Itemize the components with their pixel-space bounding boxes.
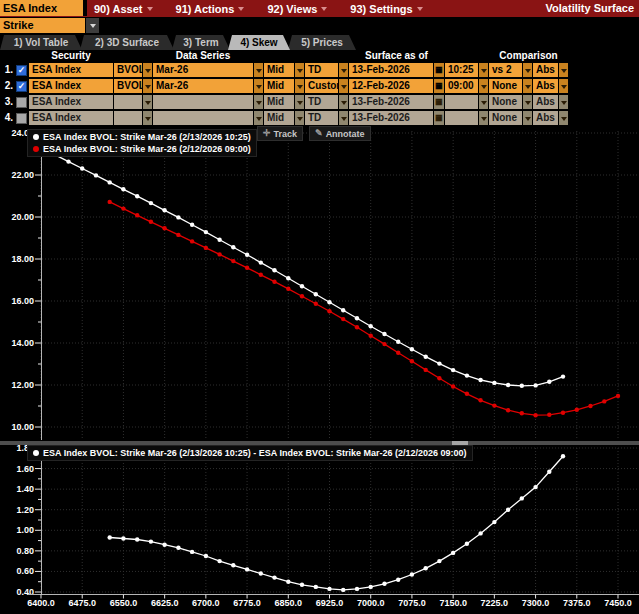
date-field[interactable]: 13-Feb-2026 <box>349 111 433 125</box>
time-field[interactable]: 09:00 <box>445 79 478 93</box>
tab-prices[interactable]: 5) Prices <box>288 35 356 50</box>
abs-rel-field[interactable]: Abs <box>533 63 558 77</box>
vol-source-field[interactable] <box>114 111 142 125</box>
series-field[interactable] <box>153 95 253 109</box>
vol-source-field[interactable] <box>114 95 142 109</box>
vol-source-field[interactable]: BVOL <box>114 63 142 77</box>
series-field[interactable]: Mar-26 <box>153 63 253 77</box>
date-field[interactable]: 13-Feb-2026 <box>349 63 433 77</box>
tab-vol-table[interactable]: 1) Vol Table <box>0 35 82 50</box>
dropdown-arrow-icon[interactable] <box>295 79 304 93</box>
svg-text:6625.0: 6625.0 <box>151 598 179 608</box>
row-checkbox[interactable]: ✓ <box>16 81 27 92</box>
menu-item-views[interactable]: 92) Views <box>267 3 327 15</box>
row-checkbox[interactable]: ✓ <box>16 97 27 108</box>
svg-text:6550.0: 6550.0 <box>110 598 138 608</box>
dropdown-arrow-icon[interactable] <box>523 95 532 109</box>
track-button[interactable]: ✛ Track <box>257 126 303 141</box>
time-mode-field[interactable]: TD <box>305 63 338 77</box>
time-mode-field[interactable]: TD <box>305 111 338 125</box>
dropdown-arrow-icon[interactable] <box>339 95 348 109</box>
tab-skew[interactable]: 4) Skew <box>228 35 290 50</box>
dropdown-arrow-icon[interactable] <box>339 79 348 93</box>
security-field[interactable]: ESA Index <box>29 79 113 93</box>
side-field[interactable]: Mid <box>264 95 294 109</box>
axis-selector-dropdown[interactable] <box>86 18 99 33</box>
time-field[interactable]: 10:25 <box>445 63 478 77</box>
svg-text:6475.0: 6475.0 <box>68 598 96 608</box>
dropdown-arrow-icon[interactable] <box>559 63 568 77</box>
time-mode-field[interactable]: Custom <box>305 79 338 93</box>
row-number: 4. <box>0 111 13 125</box>
comparison-field[interactable]: None <box>489 79 522 93</box>
series-field[interactable]: Mar-26 <box>153 79 253 93</box>
vol-source-field[interactable]: BVOL <box>114 79 142 93</box>
header-surface-as-of: Surface as of <box>349 50 444 61</box>
date-field[interactable]: 13-Feb-2026 <box>349 95 433 109</box>
dropdown-arrow-icon[interactable] <box>295 63 304 77</box>
security-field[interactable]: ESA Index <box>29 111 113 125</box>
calendar-icon[interactable]: ▦ <box>434 95 444 109</box>
tab-term[interactable]: 3) Term <box>172 35 230 50</box>
dropdown-arrow-icon[interactable] <box>339 63 348 77</box>
side-field[interactable]: Mid <box>264 63 294 77</box>
calendar-icon[interactable]: ▦ <box>434 79 444 93</box>
time-field[interactable] <box>445 95 478 109</box>
calendar-icon[interactable]: ▦ <box>434 111 444 125</box>
axis-selector-field[interactable]: Strike <box>0 18 85 33</box>
date-field[interactable]: 12-Feb-2026 <box>349 79 433 93</box>
comparison-field[interactable]: vs 2 <box>489 63 522 77</box>
chevron-down-icon <box>321 7 327 14</box>
time-field[interactable] <box>445 111 478 125</box>
chart-tools: ✛ Track ✎ Annotate <box>257 126 371 141</box>
dropdown-arrow-icon[interactable] <box>479 111 488 125</box>
calendar-icon[interactable]: ▦ <box>434 63 444 77</box>
dropdown-arrow-icon[interactable] <box>523 79 532 93</box>
skew-difference-chart-canvas[interactable]: 0.400.600.801.001.201.401.601.806400.064… <box>0 445 639 614</box>
dropdown-arrow-icon[interactable] <box>143 63 152 77</box>
dropdown-arrow-icon[interactable] <box>143 95 152 109</box>
security-ticker-field[interactable]: ESA Index <box>0 0 87 16</box>
menu-item-settings[interactable]: 93) Settings <box>350 3 422 15</box>
dropdown-arrow-icon[interactable] <box>479 63 488 77</box>
annotate-button[interactable]: ✎ Annotate <box>309 126 371 141</box>
dropdown-arrow-icon[interactable] <box>339 111 348 125</box>
dropdown-arrow-icon[interactable] <box>523 63 532 77</box>
dropdown-arrow-icon[interactable] <box>254 79 263 93</box>
security-field[interactable]: ESA Index <box>29 63 113 77</box>
dropdown-arrow-icon[interactable] <box>559 79 568 93</box>
series-field[interactable] <box>153 111 253 125</box>
dropdown-arrow-icon[interactable] <box>143 79 152 93</box>
dropdown-arrow-icon[interactable] <box>479 95 488 109</box>
comparison-field[interactable]: None <box>489 111 522 125</box>
side-field[interactable]: Mid <box>264 111 294 125</box>
row-checkbox[interactable]: ✓ <box>16 113 27 124</box>
security-field[interactable]: ESA Index <box>29 95 113 109</box>
abs-rel-field[interactable]: Abs <box>533 79 558 93</box>
skew-chart-canvas[interactable]: 10.0012.0014.0016.0018.0020.0022.0024.00 <box>0 127 639 441</box>
dropdown-arrow-icon[interactable] <box>295 95 304 109</box>
dropdown-arrow-icon[interactable] <box>295 111 304 125</box>
track-crosshair-icon: ✛ <box>263 129 271 138</box>
abs-rel-field[interactable]: Abs <box>533 95 558 109</box>
dropdown-arrow-icon[interactable] <box>559 111 568 125</box>
dropdown-arrow-icon[interactable] <box>479 79 488 93</box>
menu-item-asset[interactable]: 90) Asset <box>94 3 153 15</box>
dropdown-arrow-icon[interactable] <box>523 111 532 125</box>
dropdown-arrow-icon[interactable] <box>254 63 263 77</box>
legend-label: ESA Index BVOL: Strike Mar-26 (2/13/2026… <box>43 448 467 458</box>
time-mode-field[interactable]: TD <box>305 95 338 109</box>
dropdown-arrow-icon[interactable] <box>143 111 152 125</box>
comparison-field[interactable]: None <box>489 95 522 109</box>
menu-item-actions[interactable]: 91) Actions <box>176 3 245 15</box>
dropdown-arrow-icon[interactable] <box>254 111 263 125</box>
row-checkbox[interactable]: ✓ <box>16 65 27 76</box>
tab-3d-surface[interactable]: 2) 3D Surface <box>80 35 174 50</box>
table-row: 3. ✓ ESA Index Mid TD 13-Feb-2026 ▦ None… <box>0 95 639 110</box>
legend-label: ESA Index BVOL: Strike Mar-26 (2/12/2026… <box>43 144 251 154</box>
side-field[interactable]: Mid <box>264 79 294 93</box>
abs-rel-field[interactable]: Abs <box>533 111 558 125</box>
dropdown-arrow-icon[interactable] <box>254 95 263 109</box>
table-header: Security Data Series Surface as of Compa… <box>0 50 639 63</box>
dropdown-arrow-icon[interactable] <box>559 95 568 109</box>
